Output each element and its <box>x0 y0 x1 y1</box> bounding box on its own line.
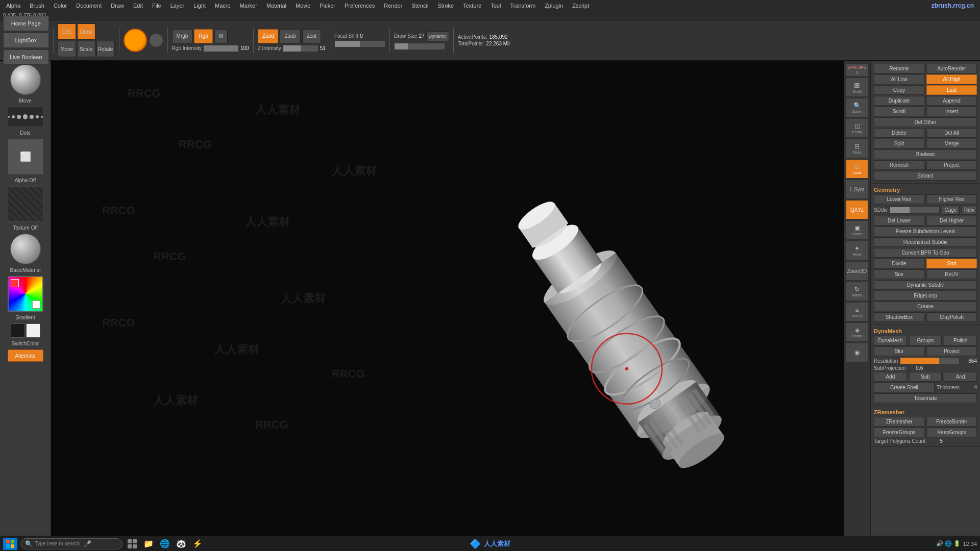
focal-shift-slider[interactable] <box>334 40 385 47</box>
auto-reorder-button[interactable]: AutoReorder <box>926 64 977 73</box>
insert-button[interactable]: Insert <box>926 107 977 116</box>
app-icon-4[interactable]: 🐼 <box>175 538 188 550</box>
project-dyn-button[interactable]: Project <box>926 346 977 356</box>
menu-material[interactable]: Material <box>262 2 290 10</box>
canvas-area[interactable]: RRCG 人人素材 RRCG 人人素材 RRCG 人人素材 RRCG 人人素材 … <box>51 61 844 536</box>
menu-zplugin[interactable]: Zplugin <box>541 2 567 10</box>
dot-icon-btn[interactable] <box>149 33 163 47</box>
zoom3d-icon-btn[interactable]: Zoom3D <box>846 261 868 281</box>
all-low-button[interactable]: All Low <box>874 74 924 84</box>
lightbox-button[interactable]: LightBox <box>3 33 49 48</box>
rdiv-button[interactable]: Rdiv <box>962 205 977 215</box>
blur-button[interactable]: Blur <box>874 346 924 356</box>
file-explorer-button[interactable]: 📁 <box>142 538 155 550</box>
edit-button[interactable]: Edit <box>58 23 76 40</box>
menu-draw[interactable]: Draw <box>107 2 128 10</box>
del-other-button[interactable]: Del Other <box>874 117 977 127</box>
dynamic-subdiv-button[interactable]: Dynamic Subdiv <box>874 280 977 290</box>
edge-loop-button[interactable]: EdgeLoop <box>874 291 977 300</box>
draw-size-slider[interactable] <box>394 43 445 50</box>
white-swatch[interactable] <box>26 323 40 338</box>
menu-light[interactable]: Light <box>189 2 210 10</box>
menu-preferences[interactable]: Preferences <box>340 2 379 10</box>
move-icon-btn[interactable]: ✦ Move <box>846 241 868 260</box>
brush-preview[interactable] <box>10 64 41 95</box>
material-sphere[interactable] <box>10 234 41 264</box>
menu-color[interactable]: Color <box>50 2 71 10</box>
alternate-button[interactable]: Alternate <box>8 349 43 362</box>
reuv-button[interactable]: ReUV <box>926 269 977 279</box>
divide-button[interactable]: Divide <box>874 259 924 268</box>
draw-button[interactable]: Draw <box>77 23 95 40</box>
project-button[interactable]: Project <box>926 160 977 170</box>
chrome-button[interactable]: 🌐 <box>158 538 172 550</box>
lower-res-button[interactable]: Lower Res <box>874 194 924 204</box>
lsym-icon-btn[interactable]: L.Sym <box>846 180 868 199</box>
menu-zscript[interactable]: Zscript <box>568 2 593 10</box>
taskbar-search-box[interactable]: 🔍 Type here to search 🎤 <box>20 538 122 549</box>
alpha-preview[interactable]: ⬜ <box>8 139 43 174</box>
create-shell-button[interactable]: Create Shell <box>874 383 935 392</box>
menu-tool[interactable]: Tool <box>486 2 505 10</box>
rename-button[interactable]: Rename <box>874 64 924 73</box>
z-intensity-slider[interactable] <box>283 45 318 52</box>
local-icon-btn[interactable]: ⊙ Local <box>846 159 868 179</box>
remesh-button[interactable]: Remesh <box>874 160 924 170</box>
crease-button[interactable]: Crease <box>874 302 977 311</box>
menu-picker[interactable]: Picker <box>315 2 339 10</box>
keep-groups-button[interactable]: KeepGroups <box>926 428 977 437</box>
scroll-icon-btn[interactable]: ⊞ Scroll <box>846 78 868 97</box>
append-button[interactable]: Append <box>926 96 977 106</box>
rgb-toggle[interactable]: Rgb <box>194 29 212 43</box>
all-high-button[interactable]: All High <box>926 74 977 84</box>
move-button[interactable]: Move <box>58 41 76 57</box>
freeze-border-button[interactable]: FreezeBorder <box>926 417 977 427</box>
dynamesh-button[interactable]: DynaMesh <box>874 336 907 345</box>
shadow-box-button[interactable]: ShadowBox <box>874 312 924 322</box>
windows-start-button[interactable] <box>3 538 17 550</box>
menu-macro[interactable]: Macro <box>211 2 235 10</box>
cage-button[interactable]: Cage <box>942 205 960 215</box>
boolean-button[interactable]: Boolean <box>874 149 977 159</box>
menu-marker[interactable]: Marker <box>236 2 261 10</box>
floor-icon-btn[interactable]: ⊟ Floor <box>846 139 868 158</box>
menu-stroke[interactable]: Stroke <box>433 2 458 10</box>
qxyz-icon-btn[interactable]: QXYz <box>846 200 868 219</box>
sub-button[interactable]: Sub <box>909 372 942 382</box>
split-button[interactable]: Split <box>874 139 924 148</box>
last-button[interactable]: Last <box>926 85 977 95</box>
m-toggle[interactable]: M <box>214 29 228 43</box>
home-page-button[interactable]: Home Page <box>3 16 49 31</box>
menu-transform[interactable]: Transform <box>506 2 540 10</box>
zcut-button[interactable]: Zcut <box>302 29 321 43</box>
texture-preview[interactable] <box>8 186 43 222</box>
color-wheel[interactable] <box>8 276 43 312</box>
frame-icon-btn[interactable]: ▣ Frame <box>846 220 868 240</box>
menu-render[interactable]: Render <box>380 2 406 10</box>
freeze-subdiv-button[interactable]: Freeze Subdivision Levels <box>874 227 977 236</box>
live-boolean-button[interactable]: Live Boolean <box>3 49 49 65</box>
sphere-icon-btn[interactable] <box>124 29 147 52</box>
add-button[interactable]: Add <box>874 372 907 382</box>
zsub-button[interactable]: Zsub <box>280 29 300 43</box>
del-higher-button[interactable]: Del Higher <box>926 216 977 226</box>
menu-texture[interactable]: Texture <box>459 2 485 10</box>
menu-stencil[interactable]: Stencil <box>407 2 432 10</box>
dots-preview[interactable] <box>8 107 43 127</box>
higher-res-button[interactable]: Higher Res <box>926 194 977 204</box>
dynamic-toggle[interactable]: Dynamic <box>426 31 449 41</box>
resolution-slider[interactable] <box>900 357 960 364</box>
zremesher-button[interactable]: ZRemesher <box>874 417 924 427</box>
del-all-button[interactable]: Del All <box>926 128 977 138</box>
menu-layer[interactable]: Layer <box>166 2 189 10</box>
reconstruct-subdiv-button[interactable]: Reconstruct Subdiv <box>874 237 977 247</box>
and-button[interactable]: And <box>944 372 977 382</box>
groups-button[interactable]: Groups <box>909 336 942 345</box>
persp-icon-btn[interactable]: ◱ Persp <box>846 118 868 138</box>
black-swatch[interactable] <box>11 323 25 338</box>
duplicate-button[interactable]: Duplicate <box>874 96 924 106</box>
mrgb-toggle[interactable]: Mrgb <box>172 29 193 43</box>
tessimate-button[interactable]: Tessimate <box>874 393 977 403</box>
line-fill-icon-btn[interactable]: ≡ Line Fill <box>846 302 868 321</box>
suv-button[interactable]: Suv <box>874 269 924 279</box>
